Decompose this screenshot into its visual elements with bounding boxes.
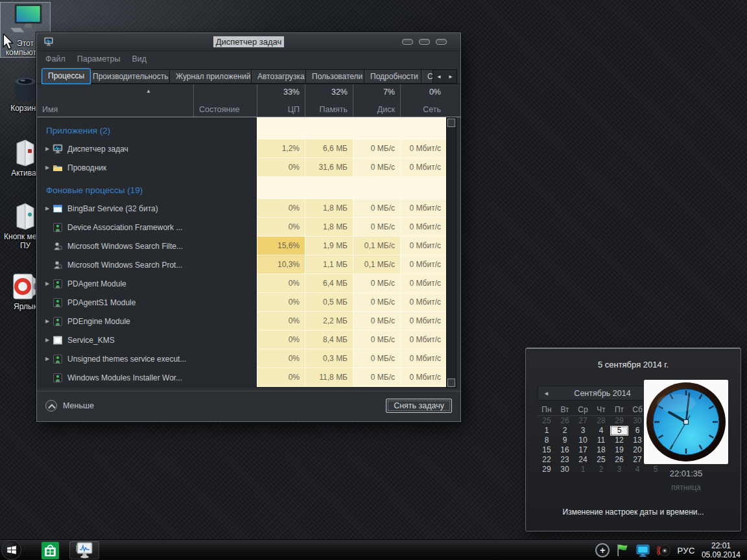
calendar-day[interactable]: 3 [574,426,592,436]
expand-arrow-icon[interactable]: ▶ [42,337,53,343]
vertical-scrollbar[interactable] [446,117,456,388]
expand-arrow-icon[interactable]: ▶ [42,165,53,170]
calendar-day[interactable]: 24 [574,455,592,465]
process-name: BingBar Service (32 бита) [67,204,158,213]
column-cpu[interactable]: 33% ЦП [257,84,305,117]
calendar-day[interactable]: 8 [538,436,556,445]
taskbar-clock[interactable]: 22:01 05.09.2014 [702,541,743,559]
table-row[interactable]: Microsoft Windows Search Prot...10,3%1,1… [37,255,446,274]
end-task-button[interactable]: Снять задачу [386,399,452,413]
net-cell: 0 Мбит/с [400,349,446,368]
taskbar-store-button[interactable] [40,541,60,559]
cpu-cell [257,177,305,199]
calendar-month-label[interactable]: Сентябрь 2014 [574,389,630,398]
calendar-day[interactable]: 1 [574,465,592,474]
table-row[interactable]: Microsoft Windows Search Filte...15,6%1,… [37,237,446,255]
calendar-day[interactable]: 4 [592,426,610,436]
expand-arrow-icon[interactable]: ▶ [42,356,53,362]
fewer-details-button[interactable]: Меньше [45,400,94,412]
calendar-day[interactable]: 12 [610,436,628,445]
calendar-day[interactable]: 11 [592,436,610,445]
expand-arrow-icon[interactable]: ▶ [42,281,53,286]
table-row[interactable]: ▶PDAgent Module0%6,4 МБ0 МБ/с0 Мбит/с [37,274,446,293]
calendar-day[interactable]: 26 [556,416,574,426]
group-row[interactable]: Фоновые процессы (19) [37,177,446,199]
title-bar[interactable]: Диспетчер задач [37,33,460,51]
minimize-button[interactable] [402,39,413,45]
calendar-day[interactable]: 2 [556,426,574,436]
menu-options[interactable]: Параметры [77,54,121,64]
calendar-day[interactable]: 17 [574,445,592,455]
disk-total: 7% [383,88,395,97]
table-row[interactable]: ▶Диспетчер задач1,2%6,6 МБ0 МБ/с0 Мбит/с [37,139,446,158]
tab-users[interactable]: Пользователи [305,69,369,84]
mem-cell [305,117,353,139]
status-cell [193,255,257,274]
expand-arrow-icon[interactable]: ▶ [42,318,53,324]
table-row[interactable]: ▶Проводник0%31,6 МБ0 МБ/с0 Мбит/с [37,158,446,177]
calendar-day[interactable]: 25 [592,455,610,465]
tab-scroll-left-icon[interactable]: ◄ [436,74,442,80]
column-network[interactable]: 0% Сеть [400,84,446,117]
calendar-day[interactable]: 3 [610,465,628,474]
table-row[interactable]: ▶Unsigned themes service execut...0%0,3 … [37,349,446,368]
calendar-prev-icon[interactable]: ◄ [543,390,549,397]
tab-performance[interactable]: Производительность [86,69,174,84]
menu-file[interactable]: Файл [45,54,65,64]
scrollbar-down-thumb[interactable] [447,379,455,387]
calendar-day[interactable]: 23 [556,455,574,465]
calendar-day[interactable]: 9 [556,436,574,445]
table-row[interactable]: Windows Modules Installer Wor...0%11,8 М… [37,368,446,387]
table-row[interactable]: Device Association Framework ...0%1,8 МБ… [37,218,446,237]
calendar-day[interactable]: 25 [538,416,556,426]
calendar-day[interactable]: 10 [574,436,592,445]
calendar-day[interactable]: 22 [538,455,556,465]
tab-processes[interactable]: Процессы [42,68,91,84]
action-center-flag-icon[interactable] [616,543,629,557]
calendar-day[interactable]: 26 [610,455,628,465]
status-cell [193,349,257,368]
table-row[interactable]: PDAgentS1 Module0%0,5 МБ0 МБ/с0 Мбит/с [37,293,446,312]
show-hidden-icons-button[interactable]: + [595,543,610,557]
calendar-day[interactable]: 27 [574,416,592,426]
calendar-day[interactable]: 19 [610,445,628,455]
maximize-button[interactable] [419,39,430,45]
tab-scroll-right-icon[interactable]: ► [448,74,453,80]
scrollbar-up-thumb[interactable] [447,119,455,127]
column-disk[interactable]: 7% Диск [353,84,400,117]
table-row[interactable]: ▶Service_KMS0%8,4 МБ0 МБ/с0 Мбит/с [37,331,446,349]
column-name[interactable]: Имя [37,84,193,117]
calendar-day[interactable]: 2 [592,465,610,474]
calendar-day[interactable]: 18 [592,445,610,455]
volume-icon[interactable] [657,544,670,557]
menu-view[interactable]: Вид [132,54,147,64]
calendar-day[interactable]: 30 [556,465,574,474]
column-status[interactable]: Состояние [193,84,257,117]
tab-services-partial[interactable]: С [421,69,434,84]
start-button[interactable] [1,540,21,560]
task-manager-icon [53,144,63,154]
calendar-day[interactable]: 16 [556,445,574,455]
table-row[interactable]: ▶BingBar Service (32 бита)0%1,8 МБ0 МБ/с… [37,199,446,218]
calendar-day[interactable]: 15 [538,445,556,455]
column-memory[interactable]: 32% Память [305,84,353,117]
tab-startup[interactable]: Автозагрузка [251,69,311,84]
language-indicator[interactable]: РУС [677,546,695,555]
group-row[interactable]: Приложения (2) [37,117,446,139]
table-row[interactable]: ▶PDEngine Module0%2,2 МБ0 МБ/с0 Мбит/с [37,312,446,331]
close-button[interactable] [436,39,447,45]
network-icon[interactable] [635,544,650,557]
calendar-day[interactable]: 29 [610,416,628,426]
process-name: Unsigned themes service execut... [67,355,186,364]
tab-app-history[interactable]: Журнал приложений [169,69,257,84]
change-date-time-link[interactable]: Изменение настроек даты и времени... [526,508,741,517]
disk-cell: 0 МБ/с [353,199,400,218]
calendar-day-selected[interactable]: 5 [610,426,628,436]
expand-arrow-icon[interactable]: ▶ [42,146,53,152]
calendar-day[interactable]: 1 [538,426,556,436]
expand-arrow-icon[interactable]: ▶ [42,205,53,211]
tab-details[interactable]: Подробности [364,69,425,84]
calendar-day[interactable]: 28 [592,416,610,426]
calendar-day[interactable]: 29 [538,465,556,474]
taskbar-task-manager-button[interactable] [69,541,99,559]
